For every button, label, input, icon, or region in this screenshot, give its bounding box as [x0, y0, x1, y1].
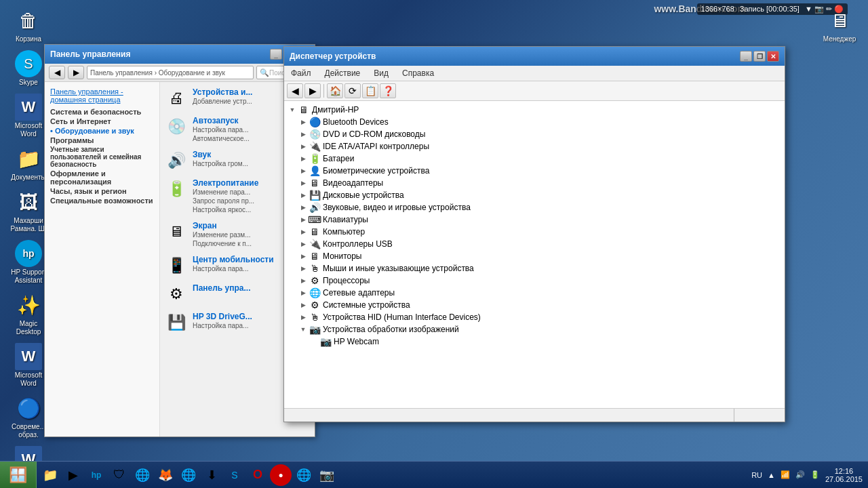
menu-file[interactable]: Файл — [284, 67, 318, 79]
imaging-expander[interactable]: ▼ — [298, 324, 309, 335]
taskbar-media[interactable]: ▶ — [62, 464, 84, 486]
biometric-expander[interactable]: ▶ — [298, 165, 309, 176]
devman-close-button[interactable]: ✕ — [767, 51, 779, 62]
audio-expander[interactable]: ▶ — [298, 202, 309, 213]
tree-hid[interactable]: ▶ 🖱 Устройства HID (Human Interface Devi… — [287, 311, 782, 323]
tree-audio[interactable]: ▶ 🔊 Звуковые, видео и игровые устройства — [287, 201, 782, 214]
tree-usb[interactable]: ▶ 🔌 Контроллеры USB — [287, 238, 782, 250]
cpu-expander[interactable]: ▶ — [298, 275, 309, 286]
cp-devices-title[interactable]: Устройства и... — [193, 87, 252, 97]
cp-address-bar[interactable]: Панель управления › Оборудование и звук — [87, 66, 254, 79]
toolbar-help-button[interactable]: ❓ — [380, 83, 396, 98]
battery-expander[interactable]: ▶ — [298, 153, 309, 164]
cp-panel-title[interactable]: Панель упра... — [193, 283, 250, 293]
tree-disk[interactable]: ▶ 💾 Дисковые устройства — [287, 189, 782, 201]
taskbar-language[interactable]: 🌐 — [293, 464, 315, 486]
devman-minimize-button[interactable]: _ — [740, 51, 752, 62]
tree-root[interactable]: ▼ 🖥 Дмитрий-HP — [287, 104, 782, 116]
bluetooth-expander[interactable]: ▶ — [298, 117, 309, 127]
sidebar-system-security[interactable]: Система и безопасность — [50, 108, 154, 116]
tree-network[interactable]: ▶ 🌐 Сетевые адаптеры — [287, 287, 782, 299]
sidebar-programs[interactable]: Программы — [50, 136, 154, 144]
sidebar-hardware[interactable]: • Оборудование и звук — [50, 127, 154, 135]
taskbar-battery-icon: 🔋 — [810, 470, 820, 479]
cp-home-link[interactable]: Панель управления - домашняя страница — [50, 87, 154, 104]
tree-mouse[interactable]: ▶ 🖱 Мыши и иные указывающие устройства — [287, 262, 782, 274]
network-expander[interactable]: ▶ — [298, 287, 309, 298]
devman-titlebar: Диспетчер устройств _ ❐ ✕ — [284, 47, 785, 66]
cp-autorun-title[interactable]: Автозапуск — [193, 116, 250, 125]
taskbar-ie[interactable]: 🌐 — [132, 464, 153, 486]
tree-imaging[interactable]: ▼ 📷 Устройства обработки изображений — [287, 323, 782, 336]
toolbar-back-button[interactable]: ◀ — [287, 83, 303, 98]
cp-power-title[interactable]: Электропитание — [193, 178, 258, 188]
tree-video[interactable]: ▶ 🖥 Видеоадаптеры — [287, 177, 782, 189]
tree-system[interactable]: ▶ ⚙ Системные устройства — [287, 299, 782, 311]
system-expander[interactable]: ▶ — [298, 300, 309, 310]
menu-view[interactable]: Вид — [367, 67, 395, 79]
network-label: Сетевые адаптеры — [323, 288, 395, 298]
maharshi-icon: 🖼 — [15, 188, 42, 216]
taskbar-explorer[interactable]: 📁 — [39, 464, 61, 486]
devman-menubar: Файл Действие Вид Справка — [284, 66, 785, 81]
tree-webcam[interactable]: 📷 HP Webcam — [287, 336, 782, 348]
tree-keyboard[interactable]: ▶ ⌨ Клавиатуры — [287, 214, 782, 226]
cp-mobility-title[interactable]: Центр мобильности — [193, 255, 274, 264]
menu-action[interactable]: Действие — [318, 67, 368, 79]
taskbar-opera[interactable]: O — [247, 464, 269, 486]
usb-expander[interactable]: ▶ — [298, 239, 309, 249]
toolbar-properties-button[interactable]: 📋 — [362, 83, 378, 98]
video-expander[interactable]: ▶ — [298, 178, 309, 188]
tree-cpu[interactable]: ▶ ⚙ Процессоры — [287, 274, 782, 287]
toolbar-refresh-button[interactable]: ⟳ — [344, 83, 361, 98]
cp-back-button[interactable]: ◀ — [49, 66, 65, 79]
taskbar-hp[interactable]: hp — [85, 464, 107, 486]
cp-screen-title[interactable]: Экран — [193, 221, 252, 230]
taskbar-screenshot[interactable]: 📷 — [316, 464, 338, 486]
monitors-expander[interactable]: ▶ — [298, 251, 309, 262]
cp-sound-title[interactable]: Звук — [193, 150, 248, 159]
start-button[interactable]: 🪟 — [0, 462, 37, 489]
taskbar-firefox[interactable]: 🦊 — [155, 464, 176, 486]
toolbar-forward-button[interactable]: ▶ — [304, 83, 321, 98]
taskbar-security[interactable]: 🛡 — [108, 464, 130, 486]
root-expander[interactable]: ▼ — [287, 104, 298, 115]
disk-expander[interactable]: ▶ — [298, 190, 309, 201]
sidebar-clock[interactable]: Часы, язык и регион — [50, 187, 154, 195]
devman-toolbar: ◀ ▶ 🏠 ⟳ 📋 ❓ — [284, 81, 785, 101]
control-panel-window: Панель управления _ □ ✕ ◀ ▶ Панель управ… — [44, 44, 315, 437]
tree-monitors[interactable]: ▶ 🖥 Мониторы — [287, 250, 782, 262]
hid-expander[interactable]: ▶ — [298, 312, 309, 323]
tree-bluetooth[interactable]: ▶ 🔵 Bluetooth Devices — [287, 116, 782, 128]
tree-battery[interactable]: ▶ 🔋 Батареи — [287, 152, 782, 165]
sidebar-accounts[interactable]: Учетные записи пользователей и семейная … — [50, 146, 154, 168]
menu-help[interactable]: Справка — [395, 67, 441, 79]
desktop-icon-trash[interactable]: 🗑 Корзина — [7, 7, 50, 43]
mouse-expander[interactable]: ▶ — [298, 263, 309, 274]
desktop-icon-monitor[interactable]: 🖥 Менеджер — [818, 7, 861, 43]
sidebar-accessibility[interactable]: Специальные возможности — [50, 197, 154, 205]
tree-computer[interactable]: ▶ 🖥 Компьютер — [287, 226, 782, 238]
devman-restore-button[interactable]: ❐ — [753, 51, 766, 62]
cp-hp3d-title[interactable]: HP 3D DriveG... — [193, 312, 252, 321]
cp-forward-button[interactable]: ▶ — [68, 66, 84, 79]
tree-ide[interactable]: ▶ 🔌 IDE ATA/ATAPI контроллеры — [287, 140, 782, 152]
tree-biometric[interactable]: ▶ 👤 Биометрические устройства — [287, 165, 782, 177]
taskbar-skype[interactable]: S — [224, 464, 245, 486]
tree-dvd[interactable]: ▶ 💿 DVD и CD-ROM дисководы — [287, 128, 782, 140]
network-icon: 🌐 — [309, 287, 321, 298]
keyboard-expander[interactable]: ▶ — [298, 214, 309, 225]
toolbar-sep1 — [323, 84, 324, 98]
taskbar-chrome[interactable]: 🌐 — [178, 464, 199, 486]
toolbar-home-button[interactable]: 🏠 — [327, 83, 343, 98]
taskbar-recording[interactable]: ● — [270, 464, 292, 486]
ide-expander[interactable]: ▶ — [298, 141, 309, 152]
taskbar-torrent[interactable]: ⬇ — [201, 464, 222, 486]
computer-expander[interactable]: ▶ — [298, 226, 309, 237]
dvd-expander[interactable]: ▶ — [298, 129, 309, 140]
sidebar-network[interactable]: Сеть и Интернет — [50, 117, 154, 125]
taskbar-pinned-icons: 📁 ▶ hp 🛡 🌐 🦊 🌐 ⬇ S O ● 🌐 📷 — [37, 462, 340, 488]
sidebar-appearance[interactable]: Оформление и персонализация — [50, 169, 154, 186]
root-label: Дмитрий-HP — [312, 105, 359, 115]
cp-minimize-button[interactable]: _ — [270, 49, 282, 60]
